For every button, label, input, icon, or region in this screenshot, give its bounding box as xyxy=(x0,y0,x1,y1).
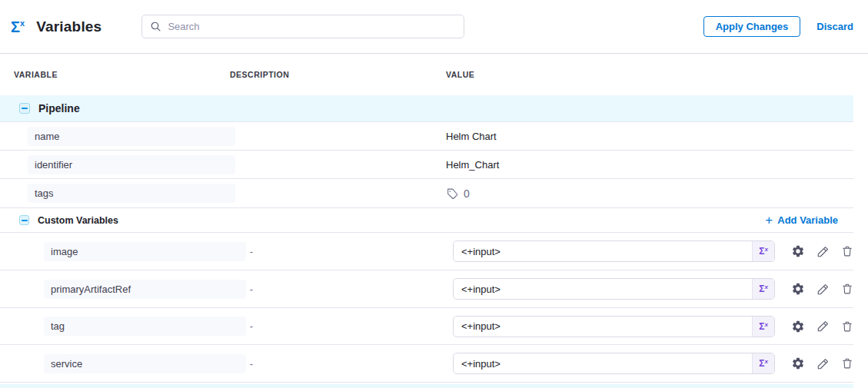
sigma-glyph: Σ xyxy=(11,19,20,35)
delete-button[interactable] xyxy=(841,245,853,257)
pencil-icon xyxy=(816,320,830,333)
search-icon xyxy=(150,21,161,32)
variable-description: - xyxy=(250,246,443,257)
pipeline-section-title: Pipeline xyxy=(38,102,80,114)
variable-description: - xyxy=(250,358,443,370)
delete-button[interactable] xyxy=(841,357,853,370)
gear-icon xyxy=(791,244,805,258)
collapse-minus-icon[interactable] xyxy=(19,103,30,114)
expression-sigma-icon: Σx xyxy=(759,284,768,293)
gear-icon xyxy=(791,356,805,370)
settings-button[interactable] xyxy=(791,356,805,370)
apply-changes-button[interactable]: Apply Changes xyxy=(703,16,801,37)
variables-sigma-icon: Σ x xyxy=(11,19,25,35)
variable-value-input[interactable]: <+input> Σx xyxy=(453,240,775,262)
custom-variables-title: Custom Variables xyxy=(38,215,118,226)
expression-sigma-icon: Σx xyxy=(759,322,768,331)
gear-icon xyxy=(791,320,805,333)
delete-button[interactable] xyxy=(841,283,853,295)
variable-value-input[interactable]: <+input> Σx xyxy=(453,353,775,374)
table-row: primaryArtifactRef - <+input> Σx xyxy=(0,270,853,308)
input-value: <+input> xyxy=(454,246,752,257)
trash-icon xyxy=(841,357,853,370)
table-row: name Helm Chart xyxy=(0,122,853,151)
trash-icon xyxy=(841,283,853,295)
variable-description: - xyxy=(250,284,443,295)
input-value: <+input> xyxy=(454,358,752,370)
pencil-icon xyxy=(816,357,830,370)
search-input[interactable] xyxy=(168,21,456,32)
tags-count-value: 0 xyxy=(464,187,470,200)
next-section-partial-row xyxy=(0,384,853,388)
edit-button[interactable] xyxy=(816,245,830,258)
expression-toggle[interactable]: Σx xyxy=(752,279,774,299)
gear-icon xyxy=(791,282,805,296)
page-title: Variables xyxy=(36,18,101,35)
expression-toggle[interactable]: Σx xyxy=(752,317,774,337)
table-row: tag - <+input> Σx xyxy=(0,308,853,345)
expression-toggle[interactable]: Σx xyxy=(752,241,774,261)
minus-bar xyxy=(22,108,28,109)
pipeline-section-header[interactable]: Pipeline xyxy=(0,95,853,122)
tags-count: 0 xyxy=(446,187,853,200)
column-header-description: DESCRIPTION xyxy=(230,70,446,79)
table-row: service - <+input> Σx xyxy=(0,345,853,383)
edit-button[interactable] xyxy=(816,357,830,370)
variable-value-text: Helm_Chart xyxy=(446,159,853,171)
custom-variables-section-header[interactable]: Custom Variables + Add Variable xyxy=(0,208,853,233)
discard-button[interactable]: Discard xyxy=(816,21,853,32)
variable-name-chip: tag xyxy=(44,317,246,336)
expression-sigma-icon: Σx xyxy=(759,359,768,368)
input-value: <+input> xyxy=(454,320,752,332)
variable-name-chip: tags xyxy=(28,184,235,203)
column-header-variable: VARIABLE xyxy=(0,70,230,79)
collapse-minus-icon[interactable] xyxy=(19,215,29,225)
variable-name-chip: image xyxy=(44,242,246,261)
expression-toggle[interactable]: Σx xyxy=(752,353,774,373)
edit-button[interactable] xyxy=(816,283,830,296)
table-column-headers: VARIABLE DESCRIPTION VALUE xyxy=(0,54,853,95)
search-box[interactable] xyxy=(141,15,464,38)
tag-icon xyxy=(446,187,458,200)
trash-icon xyxy=(841,320,853,333)
plus-icon: + xyxy=(765,214,773,227)
add-variable-label: Add Variable xyxy=(777,214,838,226)
edit-button[interactable] xyxy=(816,320,830,333)
settings-button[interactable] xyxy=(791,282,805,296)
expression-sigma-icon: Σx xyxy=(759,247,768,256)
variable-value-text: Helm Chart xyxy=(446,131,853,142)
input-value: <+input> xyxy=(454,284,752,295)
variable-name-chip: primaryArtifactRef xyxy=(44,280,246,299)
trash-icon xyxy=(841,245,853,257)
variable-name-chip: service xyxy=(44,354,246,373)
settings-button[interactable] xyxy=(791,244,805,258)
pencil-icon xyxy=(816,245,830,258)
variable-description: - xyxy=(250,320,443,332)
table-row: tags 0 xyxy=(0,179,853,208)
variable-name-chip: identifier xyxy=(28,155,235,174)
table-row: image - <+input> Σx xyxy=(0,233,853,270)
minus-bar xyxy=(22,220,28,221)
variable-value-input[interactable]: <+input> Σx xyxy=(453,316,775,337)
add-variable-button[interactable]: + Add Variable xyxy=(765,214,853,227)
header-bar: Σ x Variables Apply Changes Discard xyxy=(0,0,868,54)
settings-button[interactable] xyxy=(791,320,805,333)
table-row: identifier Helm_Chart xyxy=(0,151,853,179)
delete-button[interactable] xyxy=(841,320,853,333)
column-header-value: VALUE xyxy=(446,70,853,79)
pencil-icon xyxy=(816,283,830,296)
sigma-sup-glyph: x xyxy=(20,19,25,28)
variable-name-chip: name xyxy=(28,127,235,146)
variable-value-input[interactable]: <+input> Σx xyxy=(453,278,775,300)
